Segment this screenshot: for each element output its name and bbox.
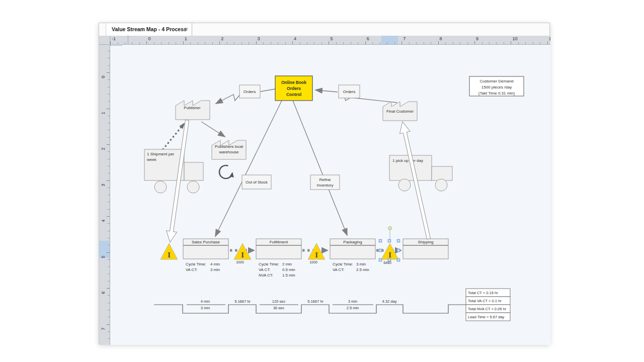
resize-handle[interactable]: [379, 249, 382, 252]
lead-time: Lead Time = 5.67 day: [468, 315, 505, 319]
ruler-tick: [108, 231, 110, 231]
truck-cab: [184, 162, 203, 180]
ruler-tick: [540, 42, 540, 44]
stat-label: Cycle Time:: [333, 262, 353, 266]
timeline[interactable]: 4 min 3 min 120 sec 30 sec 3 min 2.5 min…: [154, 299, 466, 313]
process-packaging[interactable]: Packaging Cycle Time: 3 min VA CT: 2.5 m…: [330, 239, 375, 272]
truck-wheel: [187, 181, 199, 193]
total-ct: Total CT = 0.15 hr: [468, 291, 498, 295]
connector-truck-to-publisher[interactable]: [163, 124, 184, 150]
ruler-tick: [108, 223, 110, 224]
tab-value-stream-map[interactable]: Value Stream Map - 4 Process ×: [106, 23, 192, 36]
ruler-tick: [108, 137, 110, 138]
resize-handle[interactable]: [388, 258, 391, 261]
connector-orders-to-publisher[interactable]: [216, 95, 240, 104]
page-guide-horizontal: [110, 45, 122, 46]
connector-control-to-orders-left[interactable]: [261, 89, 275, 92]
warehouse-factory[interactable]: Publishers local warehouse: [212, 140, 246, 159]
ruler-tick: [108, 245, 110, 245]
stat-value: 2.5 min: [356, 267, 369, 272]
ruler-tick: [107, 216, 110, 217]
process-sales-purchase[interactable]: Sales Purchase Cycle Time: 4 min VA CT: …: [183, 239, 228, 272]
ruler-tick: [278, 42, 278, 44]
orders-box-left[interactable]: Orders: [239, 85, 260, 98]
ruler-tick: [292, 41, 293, 44]
customer-demand-line1: Customer Demand: [479, 79, 513, 83]
resize-handle[interactable]: [379, 258, 382, 261]
control-label-line3: Control: [286, 92, 301, 97]
ruler-tick: [467, 42, 468, 44]
ruler-number: 5: [101, 254, 106, 260]
ruler-number: 6: [101, 290, 106, 296]
circular-arrow-icon[interactable]: [219, 165, 232, 178]
ruler-tick: [154, 42, 154, 44]
orders-box-right[interactable]: Orders: [339, 85, 360, 98]
resize-handle[interactable]: [397, 239, 400, 242]
ruler-number: 7: [403, 36, 406, 41]
ruler-tick: [146, 41, 147, 44]
tab-close-icon[interactable]: ×: [185, 23, 188, 35]
ruler-tick: [108, 259, 110, 260]
ruler-tick: [107, 72, 110, 73]
ruler-tick: [108, 58, 110, 58]
connector-control-to-sales-purchase[interactable]: [215, 101, 282, 236]
ruler-tick: [108, 295, 110, 296]
ruler-tick: [118, 42, 118, 44]
ruler-tick: [198, 42, 198, 44]
horizontal-ruler[interactable]: -101234567891011: [110, 36, 550, 45]
ruler-tick: [489, 42, 490, 44]
ruler-tick: [453, 42, 453, 44]
timeline-wait: 4.32 day: [382, 299, 397, 304]
final-customer-factory[interactable]: Final Customer: [383, 102, 417, 121]
process-shipping[interactable]: Shipping: [403, 239, 448, 259]
final-customer-label: Final Customer: [386, 109, 414, 114]
ruler-tick: [329, 41, 329, 44]
truck-right-pickup[interactable]: 1 pick up per day: [389, 155, 452, 191]
ruler-tick: [205, 42, 205, 44]
connector-orders-to-control[interactable]: [315, 90, 338, 92]
stat-value: 1.5 min: [282, 273, 295, 278]
connector-control-to-packaging[interactable]: [293, 101, 347, 235]
inventory-triangle-1[interactable]: I: [160, 243, 178, 259]
resize-handle[interactable]: [397, 249, 400, 252]
resize-handle[interactable]: [388, 239, 391, 242]
shipment-arrow-publisher-to-inventory[interactable]: [167, 120, 189, 243]
ruler-corner: [99, 36, 110, 45]
ruler-tick: [409, 42, 410, 44]
ruler-tick: [108, 266, 110, 267]
out-of-stock-box[interactable]: Out of Stock: [242, 175, 271, 189]
process-fulfillment[interactable]: Fulfillment Cycle Time: 2 min VA CT: 0.5…: [256, 239, 301, 278]
stat-value: 3 min: [356, 262, 366, 266]
ruler-number: 6: [367, 36, 369, 41]
totals-box[interactable]: Total CT = 0.15 hr Total VA CT = 0.1 hr …: [466, 289, 510, 321]
ruler-tick: [107, 252, 110, 253]
drawing-canvas[interactable]: Publisher Final Customer Publishers loca…: [110, 45, 550, 345]
ruler-number: 3: [101, 182, 106, 188]
control-box[interactable]: Online Book Orders Control: [275, 76, 312, 101]
connector-publisher-to-warehouse[interactable]: [201, 122, 225, 137]
ruler-tick: [108, 317, 110, 317]
resize-handle[interactable]: [379, 239, 382, 242]
inventory-triangle-2[interactable]: I 1000: [234, 243, 251, 264]
ruler-tick: [424, 42, 424, 44]
control-label-line2: Orders: [287, 86, 301, 91]
stat-label: Cycle Time:: [186, 262, 206, 266]
truck-left-shipment[interactable]: 1 Shipment per week: [144, 149, 203, 193]
tab-title: Value Stream Map - 4 Process: [112, 23, 187, 36]
page-guide-vertical: [128, 36, 128, 45]
ruler-number: 11: [549, 36, 550, 41]
resize-handle[interactable]: [397, 258, 400, 261]
rotation-handle[interactable]: [388, 227, 391, 230]
total-va-ct: Total VA CT = 0.1 hr: [468, 299, 502, 303]
stat-label: VA CT:: [186, 267, 197, 272]
inventory-triangle-3[interactable]: I 1000: [308, 243, 325, 264]
truck-left-label-line1: 1 Shipment per: [147, 152, 175, 156]
refine-inventory-box[interactable]: Refine Inventory: [310, 175, 340, 190]
ruler-tick: [108, 101, 110, 102]
vertical-ruler[interactable]: 01234567: [99, 45, 110, 345]
stat-label: NVA CT:: [259, 273, 273, 278]
publisher-factory[interactable]: Publisher: [176, 101, 210, 120]
ruler-tick: [108, 116, 110, 116]
customer-demand-box[interactable]: Customer Demand 1500 pieces /day (Takt T…: [469, 76, 524, 96]
factory-icon: [176, 101, 210, 120]
